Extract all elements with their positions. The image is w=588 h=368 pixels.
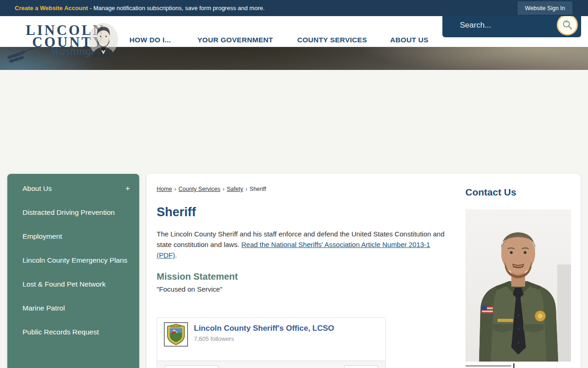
sidebar-item-public-records[interactable]: Public Records Request (7, 320, 139, 344)
sidebar-menu: About Us + Distracted Driving Prevention… (7, 174, 139, 368)
page: LINCOLN COUNTY Washington HOW DO I... YO… (0, 0, 588, 368)
breadcrumb-separator: › (223, 186, 225, 192)
sheriff-badge-icon[interactable]: SHERIFF (164, 322, 188, 346)
sidebar-item-pet-network[interactable]: Lost & Found Pet Network (7, 272, 139, 296)
breadcrumb-county-services[interactable]: County Services (179, 186, 220, 192)
sidebar-item-emergency-plans[interactable]: Lincoln County Emergency Plans (7, 248, 139, 272)
sidebar-item-distracted-driving[interactable]: Distracted Driving Prevention (7, 201, 139, 224)
mission-statement-heading: Mission Statement (157, 271, 238, 282)
alert-bar-text: Create a Website Account - Manage notifi… (15, 5, 265, 12)
facebook-page-embed: SHERIFF Lincoln County Sheriff's Office,… (157, 317, 386, 368)
intro-paragraph: The Lincoln County Sheriff and his staff… (157, 229, 447, 260)
search-button[interactable] (557, 14, 578, 35)
facebook-page-name-link[interactable]: Lincoln County Sheriff's Office, LCSO (194, 324, 334, 333)
website-sign-in-button[interactable]: Website Sign In (518, 1, 572, 15)
site-header: LINCOLN COUNTY Washington HOW DO I... YO… (0, 16, 588, 47)
magnifier-icon (562, 19, 573, 30)
create-account-link[interactable]: Create a Website Account (15, 5, 88, 12)
breadcrumb-separator: › (245, 186, 247, 192)
share-button[interactable]: ➦ Share (344, 365, 378, 368)
sidebar-item-about-us[interactable]: About Us + (7, 177, 139, 201)
facebook-action-bar: f Follow Page ➦ Share (157, 361, 385, 368)
follow-page-button[interactable]: f Follow Page (164, 365, 219, 368)
nav-county-services[interactable]: COUNTY SERVICES (297, 36, 367, 44)
search-box (442, 13, 581, 37)
mission-quote: "Focused on Service" (157, 285, 222, 293)
intro-period: . (175, 251, 177, 259)
sidebar-item-marine-patrol[interactable]: Marine Patrol (7, 296, 139, 320)
alert-message: - Manage notification subscriptions, sav… (88, 5, 265, 12)
content-card: Home›County Services›Safety›Sheriff Sher… (147, 174, 581, 368)
facebook-followers-count: 7,605 followers (194, 335, 234, 342)
lincoln-portrait-icon (88, 21, 119, 57)
breadcrumb: Home›County Services›Safety›Sheriff (157, 186, 266, 192)
cut-off-text-fragment (465, 363, 520, 368)
expand-plus-icon[interactable]: + (125, 183, 130, 195)
contact-us-heading: Contact Us (465, 187, 516, 198)
sidebar-item-label: About Us (23, 184, 52, 192)
sheriff-photo (465, 209, 571, 362)
breadcrumb-home[interactable]: Home (157, 186, 172, 192)
svg-text:SHERIFF: SHERIFF (170, 325, 182, 328)
nav-about-us[interactable]: ABOUT US (390, 36, 428, 44)
sidebar-item-employment[interactable]: Employment (7, 224, 139, 248)
breadcrumb-safety[interactable]: Safety (227, 186, 243, 192)
nav-your-government[interactable]: YOUR GOVERNMENT (198, 36, 273, 44)
nav-how-do-i[interactable]: HOW DO I... (130, 36, 171, 44)
breadcrumb-separator: › (174, 186, 176, 192)
page-title: Sheriff (157, 205, 196, 219)
breadcrumb-current: Sheriff (249, 186, 266, 192)
alert-bar: Create a Website Account - Manage notifi… (0, 0, 588, 16)
